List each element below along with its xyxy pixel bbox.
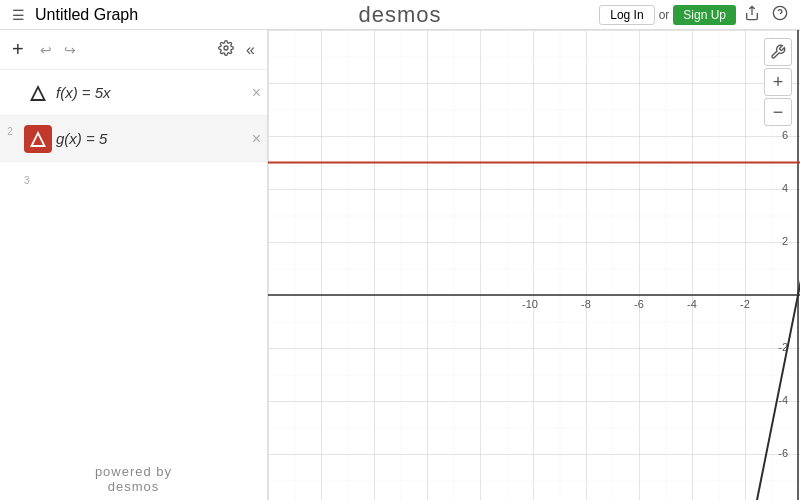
wrench-button[interactable] — [764, 38, 792, 66]
topbar-left: ☰ Untitled Graph — [8, 5, 138, 25]
expression-row-1[interactable]: f(x) = 5x × — [0, 70, 267, 116]
share-button[interactable] — [740, 3, 764, 26]
graph-title: Untitled Graph — [35, 6, 138, 24]
help-button[interactable] — [768, 3, 792, 26]
redo-button[interactable]: ↪ — [60, 38, 80, 62]
sidebar: + ↩ ↪ « f(x) = 5x × — [0, 30, 268, 500]
expr-formula-2: g(x) = 5 — [56, 130, 246, 147]
svg-text:-4: -4 — [687, 298, 697, 310]
expr-num-2: 2 — [0, 120, 20, 137]
zoom-out-button[interactable]: − — [764, 98, 792, 126]
or-text: or — [659, 8, 670, 22]
expression-row-2[interactable]: 2 g(x) = 5 × — [0, 116, 267, 162]
svg-text:-6: -6 — [634, 298, 644, 310]
expr-close-2[interactable]: × — [246, 130, 267, 148]
expr-close-1[interactable]: × — [246, 84, 267, 102]
topbar: ☰ Untitled Graph desmos Log In or Sign U… — [0, 0, 800, 30]
expr-formula-1: f(x) = 5x — [56, 84, 246, 101]
powered-by: powered by desmos — [0, 458, 267, 500]
expr-num-1 — [0, 74, 20, 80]
svg-point-1 — [224, 46, 228, 50]
settings-button[interactable] — [214, 36, 238, 64]
expr-icon-2 — [24, 125, 52, 153]
main: + ↩ ↪ « f(x) = 5x × — [0, 30, 800, 500]
sidebar-toolbar: + ↩ ↪ « — [0, 30, 267, 70]
login-button[interactable]: Log In — [599, 5, 654, 25]
signup-button[interactable]: Sign Up — [673, 5, 736, 25]
expr-icon-1 — [24, 79, 52, 107]
zoom-in-button[interactable]: + — [764, 68, 792, 96]
topbar-right: Log In or Sign Up — [599, 3, 792, 26]
expr-row-3: 3 — [0, 162, 267, 182]
expr-num-3: 3 — [4, 175, 30, 186]
undo-button[interactable]: ↩ — [36, 38, 56, 62]
svg-rect-7 — [268, 30, 800, 500]
brand-logo: desmos — [358, 2, 441, 28]
add-expression-button[interactable]: + — [8, 34, 28, 65]
svg-text:-6: -6 — [778, 447, 788, 459]
svg-text:6: 6 — [782, 129, 788, 141]
graph-area[interactable]: -10 -8 -6 -4 -2 2 4 6 8 10 8 6 4 2 -2 -4… — [268, 30, 800, 500]
svg-text:4: 4 — [782, 182, 788, 194]
svg-text:-2: -2 — [740, 298, 750, 310]
svg-text:2: 2 — [782, 235, 788, 247]
menu-button[interactable]: ☰ — [8, 5, 29, 25]
graph-toolbar: + − — [764, 38, 792, 126]
graph-canvas: -10 -8 -6 -4 -2 2 4 6 8 10 8 6 4 2 -2 -4… — [268, 30, 800, 500]
svg-text:-10: -10 — [522, 298, 538, 310]
svg-text:-8: -8 — [581, 298, 591, 310]
svg-text:-4: -4 — [778, 394, 788, 406]
collapse-sidebar-button[interactable]: « — [242, 37, 259, 63]
